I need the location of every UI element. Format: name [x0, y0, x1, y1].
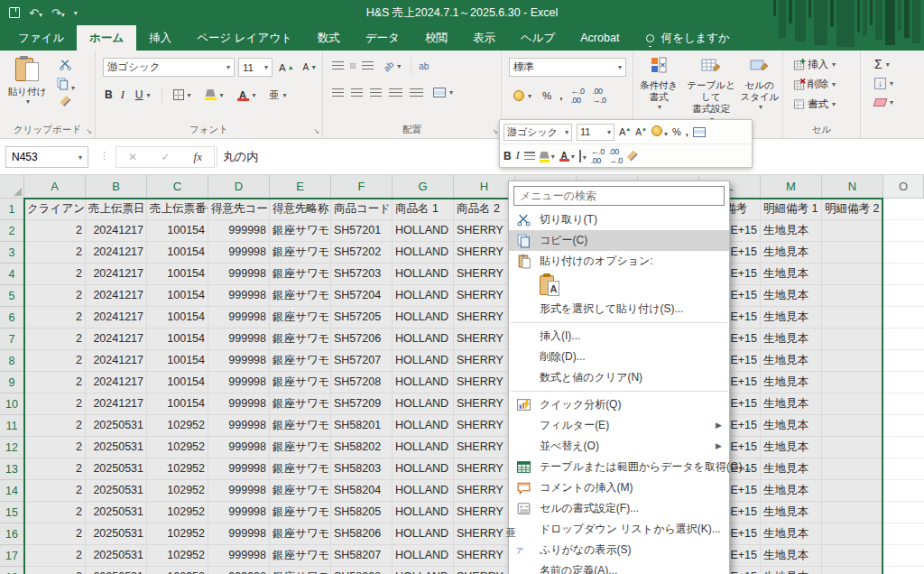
row-header[interactable]: 18 [0, 567, 24, 574]
row-header[interactable]: 10 [0, 393, 24, 415]
cell[interactable]: SH57209 [331, 393, 393, 415]
cell[interactable]: SHERRY [454, 264, 515, 285]
row-header[interactable]: 13 [0, 458, 24, 480]
save-icon[interactable] [9, 7, 20, 18]
cell[interactable]: 生地見本 [761, 502, 822, 523]
cell[interactable]: 銀座サワモト [270, 220, 331, 242]
tab-view[interactable]: 表示 [460, 25, 508, 51]
cell[interactable]: HOLLAND [393, 480, 454, 502]
cell-extra[interactable] [883, 415, 924, 437]
align-middle-icon[interactable] [351, 64, 355, 68]
cell-extra[interactable] [883, 242, 924, 264]
cell[interactable]: 生地見本 [761, 285, 822, 307]
cell[interactable]: SHERRY [454, 437, 515, 458]
row-header[interactable]: 16 [0, 523, 24, 545]
cell-extra[interactable] [883, 220, 924, 242]
menu-item-clear-contents[interactable]: 数式と値のクリア(N) [509, 367, 729, 388]
column-header-E[interactable]: E [270, 175, 331, 199]
cell[interactable]: 100154 [147, 372, 208, 393]
cell[interactable]: 銀座サワモト [270, 393, 331, 415]
row-header[interactable]: 11 [0, 415, 24, 437]
cell[interactable]: 102952 [147, 437, 208, 458]
menu-item-format-cells[interactable]: セルの書式設定(F)... [509, 498, 729, 519]
cell[interactable] [822, 242, 883, 264]
cell[interactable] [822, 458, 883, 480]
tab-review[interactable]: 校閲 [412, 25, 460, 51]
menu-item-quick-analysis[interactable]: クイック分析(Q) [509, 394, 729, 415]
cell[interactable]: 20250531 [86, 480, 147, 502]
cell[interactable]: 20241217 [86, 350, 147, 372]
menu-item-insert[interactable]: 挿入(I)... [509, 326, 729, 347]
cell[interactable]: 102952 [147, 480, 208, 502]
cell[interactable]: SH58204 [331, 480, 393, 502]
cell[interactable]: 生地見本 [761, 437, 822, 458]
cell[interactable] [822, 567, 883, 574]
cell[interactable]: 102952 [147, 545, 208, 567]
cell[interactable]: 100154 [147, 307, 208, 329]
align-left-icon[interactable] [332, 88, 344, 97]
cell[interactable]: SH57202 [331, 242, 393, 264]
menu-item-paste-special[interactable]: 形式を選択して貼り付け(S)... [509, 299, 729, 319]
cell[interactable]: SH58205 [331, 502, 393, 523]
column-header-A[interactable]: A [24, 175, 86, 199]
cell-1-F[interactable]: 商品コード [331, 199, 393, 220]
cell[interactable]: 20241217 [86, 242, 147, 264]
cell[interactable] [822, 372, 883, 393]
copy-icon[interactable]: ▾ [56, 77, 75, 92]
cell[interactable]: 2 [24, 307, 86, 329]
cell[interactable]: 銀座サワモト [270, 329, 331, 350]
row-header[interactable]: 3 [0, 242, 24, 264]
cell[interactable]: 999998 [208, 307, 270, 329]
cell-1-N[interactable]: 明細備考 2 [822, 199, 883, 220]
tab-file[interactable]: ファイル [5, 25, 77, 51]
cell[interactable]: HOLLAND [393, 567, 454, 574]
menu-item-filter[interactable]: フィルター(E)▶ [509, 415, 729, 436]
cell[interactable]: 999998 [208, 350, 270, 372]
orientation-button[interactable]: ab▾ [381, 60, 403, 72]
cell[interactable]: SH58201 [331, 415, 393, 437]
cell[interactable]: 20241217 [86, 372, 147, 393]
cell[interactable]: SH58206 [331, 523, 393, 545]
cell[interactable] [822, 437, 883, 458]
borders-button[interactable]: ▾ [171, 88, 194, 101]
font-dialog-launcher[interactable]: ↘ [313, 127, 319, 135]
column-header-N[interactable]: N [822, 175, 883, 199]
cell[interactable]: 生地見本 [761, 264, 822, 285]
row-header[interactable]: 8 [0, 350, 24, 372]
cell[interactable] [822, 523, 883, 545]
cancel-icon[interactable]: ✕ [128, 151, 137, 163]
row-header[interactable]: 2 [0, 220, 24, 242]
cell-styles-button[interactable]: セルの スタイル▾ [738, 51, 781, 116]
cell[interactable]: 銀座サワモト [270, 458, 331, 480]
cell[interactable]: 999998 [208, 458, 270, 480]
cell[interactable] [822, 307, 883, 329]
cell[interactable] [822, 350, 883, 372]
cell-extra[interactable] [883, 285, 924, 307]
accounting-format-button[interactable]: ▾ [511, 89, 534, 102]
cell[interactable]: 銀座サワモト [270, 307, 331, 329]
phonetic-button[interactable]: 亜▾ [267, 88, 290, 103]
grow-font-button[interactable]: A▲ [276, 61, 297, 74]
cell[interactable]: 20241217 [86, 285, 147, 307]
cell[interactable]: 20241217 [86, 264, 147, 285]
row-header[interactable]: 5 [0, 285, 24, 307]
cell[interactable]: SHERRY [454, 393, 515, 415]
cell[interactable]: SHERRY [454, 480, 515, 502]
cell[interactable]: 生地見本 [761, 523, 822, 545]
delete-cells-button[interactable]: 削除▾ [790, 77, 838, 92]
autosum-button[interactable]: Σ▾ [872, 56, 892, 72]
cell[interactable]: 100154 [147, 350, 208, 372]
mini-percent-button[interactable]: % [672, 126, 681, 137]
cell[interactable]: HOLLAND [393, 350, 454, 372]
conditional-formatting-button[interactable]: 条件付き 書式▾ [633, 51, 684, 116]
mini-font-color-button[interactable]: A▾ [559, 150, 575, 162]
tab-data[interactable]: データ [353, 25, 412, 51]
mini-comma-button[interactable]: , [686, 126, 688, 137]
menu-item-paste-options[interactable]: 貼り付けのオプション: [509, 251, 729, 272]
cell[interactable] [822, 264, 883, 285]
cell[interactable]: SHERRY [454, 567, 515, 574]
cell[interactable]: SH57204 [331, 285, 393, 307]
insert-function-icon[interactable]: fx [194, 150, 202, 164]
number-format-select[interactable]: 標準▾ [509, 58, 626, 77]
cell[interactable]: 銀座サワモト [270, 437, 331, 458]
